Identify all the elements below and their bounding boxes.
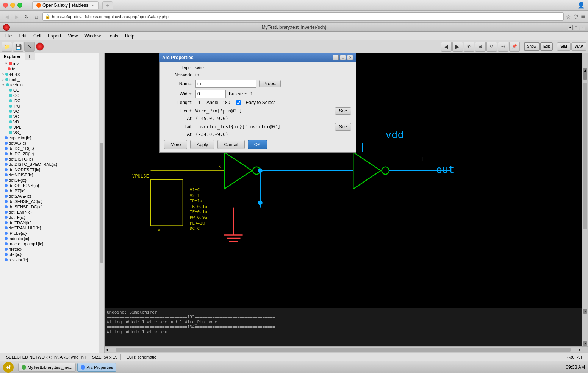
see-tail-button[interactable]: See xyxy=(335,123,351,131)
sidebar-scrollbar[interactable] xyxy=(99,53,104,353)
browser-tab[interactable]: OpenGalaxy | efabless ✕ xyxy=(32,1,99,9)
ok-button[interactable]: OK xyxy=(248,140,267,149)
new-tab-button[interactable]: + xyxy=(102,1,113,9)
sim-btn[interactable]: SIM xyxy=(557,42,571,51)
bookmark-icon[interactable]: ☆ xyxy=(566,14,571,20)
tree-item[interactable]: dotOP{ic} xyxy=(0,178,104,183)
extensions-icon[interactable]: 👤 xyxy=(577,2,585,9)
hscroll-left-btn[interactable]: ◀ xyxy=(105,348,109,352)
menu-window[interactable]: Window xyxy=(81,33,104,39)
shield-icon[interactable]: 🛡 xyxy=(573,14,579,20)
tree-item[interactable]: dotAC{ic} xyxy=(0,140,104,146)
rotate-btn[interactable]: ↺ xyxy=(486,42,497,52)
reload-button[interactable]: ↻ xyxy=(23,13,30,20)
taskbar-app-dialog[interactable]: Arc Properties xyxy=(77,363,117,372)
pin-btn[interactable]: 📌 xyxy=(509,42,520,52)
tree-item[interactable]: dotTRAN{ic} xyxy=(0,220,104,225)
name-input[interactable] xyxy=(195,80,256,88)
tree-item[interactable]: dotOPTIONS{ic} xyxy=(0,183,104,188)
menu-view[interactable]: View xyxy=(65,33,81,39)
maximize-button[interactable] xyxy=(17,3,22,8)
menu-icon[interactable]: ≡ xyxy=(581,12,585,20)
log-area[interactable]: Undoing: SimpleWirer ===================… xyxy=(105,308,582,346)
nav-back-btn[interactable]: ◀ xyxy=(441,42,452,52)
tree-item[interactable]: CC xyxy=(0,93,104,98)
wav-btn[interactable]: WAV xyxy=(571,42,586,51)
tree-item[interactable]: inductor{ic} xyxy=(0,236,104,241)
width-input[interactable] xyxy=(195,90,226,98)
tree-item[interactable]: dotDISTO{ic} xyxy=(0,156,104,162)
log-scroll-up[interactable]: ▲ xyxy=(583,309,587,314)
tree-item[interactable]: dotTRAN_UIC{ic} xyxy=(0,225,104,231)
open-button[interactable]: 📁 xyxy=(2,42,12,52)
tree-item[interactable]: dotNODESET{ic} xyxy=(0,167,104,172)
log-scrollbar[interactable]: ▲ ▼ xyxy=(582,308,588,346)
tree-item[interactable]: IPU xyxy=(0,103,104,109)
vscrollbar-up-btn[interactable]: ▲ xyxy=(583,68,587,80)
hscroll-right-btn[interactable]: ▶ xyxy=(577,348,582,352)
back-button[interactable]: ◀ xyxy=(3,13,11,20)
select-tool-button[interactable]: ↖ xyxy=(24,42,35,52)
nav-fwd-btn[interactable]: ▶ xyxy=(452,42,463,52)
tab-close-icon[interactable]: ✕ xyxy=(91,3,94,8)
canvas-vscrollbar[interactable]: ▲ ▼ xyxy=(582,53,588,346)
tree-item[interactable]: macro_opamp1{ic} xyxy=(0,241,104,247)
view-btn[interactable]: 👁 xyxy=(464,42,474,52)
tree-item[interactable]: dotDC_1D{ic} xyxy=(0,146,104,151)
tree-item[interactable]: ▼ tech_n xyxy=(0,82,104,87)
tree-item[interactable]: dotTEMP{ic} xyxy=(0,209,104,215)
tree-item[interactable]: nfet{ic} xyxy=(0,247,104,252)
menu-tools[interactable]: Tools xyxy=(105,33,121,39)
forward-button[interactable]: ▶ xyxy=(13,13,20,20)
props-button[interactable]: Props. xyxy=(259,80,281,87)
dialog-close-btn[interactable]: ✕ xyxy=(347,55,353,60)
target-btn[interactable]: ◎ xyxy=(498,42,508,52)
see-head-button[interactable]: See xyxy=(335,107,351,115)
dialog-restore-btn[interactable]: □ xyxy=(340,55,346,60)
url-bar[interactable]: 🔒 https://efappdev.efabless.com/galaxyba… xyxy=(42,12,564,21)
menu-edit[interactable]: Edit xyxy=(16,33,30,39)
tree-item[interactable]: ▷ tech_E xyxy=(0,77,104,82)
dialog-minimize-btn[interactable]: − xyxy=(333,55,339,60)
canvas-hscrollbar[interactable]: ◀ ▶ xyxy=(105,346,582,353)
apply-button[interactable]: Apply xyxy=(190,140,214,149)
grid-btn[interactable]: ⊞ xyxy=(475,42,486,52)
tree-item[interactable]: iProbe{ic} xyxy=(0,231,104,236)
minimize-button[interactable] xyxy=(10,3,15,8)
stop-button[interactable] xyxy=(36,42,44,51)
tree-item[interactable]: ▷ ef_ex xyxy=(0,72,104,77)
tree-item[interactable]: dotPZ{ic} xyxy=(0,188,104,194)
cancel-button[interactable]: Cancel xyxy=(217,140,244,149)
tree-item[interactable]: pfet{ic} xyxy=(0,252,104,257)
tree-item[interactable]: dotNOISE{ic} xyxy=(0,172,104,178)
home-button[interactable]: ⌂ xyxy=(33,13,40,20)
log-scroll-down[interactable]: ▼ xyxy=(583,341,587,346)
tree-item[interactable]: IDC xyxy=(0,98,104,103)
menu-file[interactable]: File xyxy=(2,33,15,39)
menu-help[interactable]: Help xyxy=(122,33,138,39)
tree-item[interactable]: capacitor{ic} xyxy=(0,135,104,140)
tree-item[interactable]: CC xyxy=(0,87,104,93)
app-close-btn[interactable]: ✕ xyxy=(580,25,585,30)
close-button[interactable] xyxy=(3,3,8,8)
menu-cell[interactable]: Cell xyxy=(30,33,44,39)
tree-item[interactable]: resistor{ic} xyxy=(0,257,104,262)
tree-item[interactable]: VPL xyxy=(0,125,104,130)
tree-item[interactable]: dotDISTO_SPECTRAL{ic} xyxy=(0,162,104,167)
tab-explorer[interactable]: Explorer xyxy=(0,53,25,60)
edit-btn[interactable]: Edit xyxy=(540,42,553,51)
tree-item[interactable]: dotSENSE_AC{ic} xyxy=(0,199,104,204)
tree-item[interactable]: VC xyxy=(0,114,104,119)
menu-export[interactable]: Export xyxy=(45,33,64,39)
tree-item[interactable]: dotDC_2D{ic} xyxy=(0,151,104,156)
tree-item[interactable]: VD xyxy=(0,119,104,125)
easy-select-checkbox[interactable] xyxy=(236,100,241,105)
tree-item[interactable]: dotSAVE{ic} xyxy=(0,194,104,199)
more-button[interactable]: More xyxy=(164,140,187,149)
tree-item[interactable]: te xyxy=(0,66,104,72)
tree-item[interactable]: ▼ inv xyxy=(0,61,104,66)
tab-l[interactable]: L xyxy=(25,53,35,60)
show-btn[interactable]: Show xyxy=(524,42,540,51)
tree-item[interactable]: VS_ xyxy=(0,130,104,135)
app-minimize-btn[interactable]: ▲ xyxy=(568,25,573,30)
